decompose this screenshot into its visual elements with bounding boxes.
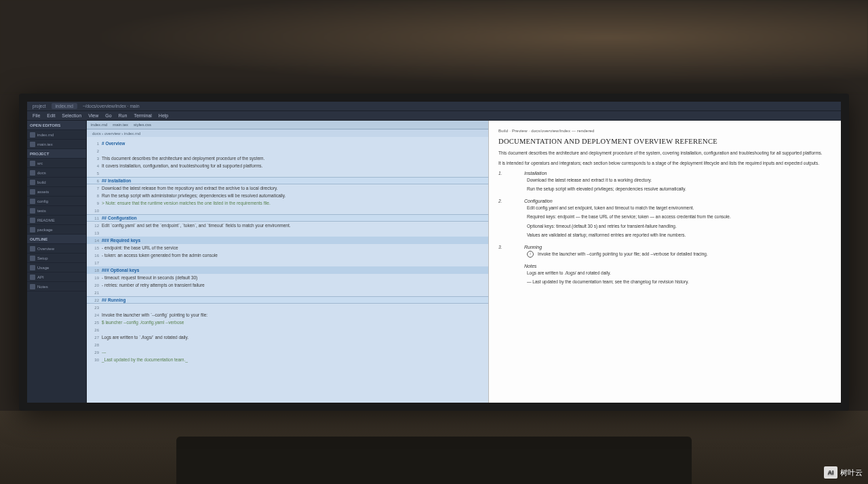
code-line[interactable]: 12Edit `config.yaml` and set the `endpoi… (87, 222, 488, 229)
code-line[interactable]: 30_Last updated by the documentation tea… (87, 356, 488, 363)
preview-title: DOCUMENTATION AND DEPLOYMENT OVERVIEW RE… (498, 137, 831, 146)
line-number: 15 (91, 246, 102, 250)
code-line[interactable]: 28 (87, 341, 488, 348)
section-content: ConfigurationEdit config.yaml and set en… (524, 199, 831, 240)
folder-icon (30, 161, 35, 166)
line-number: 7 (91, 186, 102, 190)
menu-edit[interactable]: Edit (47, 113, 55, 118)
menu-go[interactable]: Go (105, 113, 111, 118)
code-text: ### Optional keys (102, 268, 139, 273)
sidebar-item[interactable]: package (27, 225, 86, 235)
sidebar-item[interactable]: docs (27, 168, 86, 178)
preview-section: NotesLogs are written to ./logs/ and rot… (498, 264, 831, 287)
file-icon (30, 218, 35, 223)
file-icon (30, 227, 35, 233)
active-file-tab[interactable]: index.md (52, 103, 77, 109)
folder-icon (30, 189, 35, 195)
editor-tab[interactable]: index.md (91, 123, 107, 127)
main-area: OPEN EDITORS index.md main.tex PROJECT s… (27, 121, 841, 403)
line-number: 16 (91, 254, 102, 258)
environment-background (0, 0, 868, 94)
section-line: Download the latest release and extract … (524, 177, 831, 184)
code-line[interactable]: 20- retries: number of retry attempts on… (87, 281, 488, 289)
section-line: — Last updated by the documentation team… (524, 279, 831, 285)
code-line[interactable]: 1# Overview (87, 140, 488, 147)
editor-tab[interactable]: main.tex (113, 123, 128, 127)
code-text: Download the latest release from the rep… (102, 186, 278, 191)
code-line[interactable]: 29--- (87, 348, 488, 356)
sidebar-item[interactable]: tests (27, 206, 86, 216)
menu-file[interactable]: File (33, 113, 40, 118)
code-text: # Overview (102, 141, 125, 146)
screen: project index.md ~/docs/overview/index ·… (27, 102, 841, 403)
code-line[interactable]: 8Run the setup script with administrator… (87, 192, 488, 199)
menu-terminal[interactable]: Terminal (134, 113, 151, 118)
heading-icon (30, 275, 35, 280)
code-line[interactable]: 17 (87, 259, 488, 266)
line-number: 14 (91, 239, 102, 243)
code-line[interactable]: 7Download the latest release from the re… (87, 184, 488, 192)
code-line[interactable]: 26 (87, 326, 488, 334)
file-icon (30, 132, 35, 138)
preview-section: 3.RunningiInvoke the launcher with --con… (498, 245, 831, 260)
line-number: 17 (91, 261, 102, 265)
code-line[interactable]: 6## Installation (87, 177, 488, 184)
sidebar-item[interactable]: Setup (27, 254, 86, 263)
code-line[interactable]: 23 (87, 304, 488, 311)
sidebar-item[interactable]: README (27, 216, 86, 225)
section-content: InstallationDownload the latest release … (524, 171, 831, 195)
menu-run[interactable]: Run (119, 113, 127, 118)
menu-selection[interactable]: Selection (62, 113, 81, 118)
sidebar-item[interactable]: assets (27, 187, 86, 197)
code-text: > Note: ensure that the runtime version … (102, 201, 271, 206)
editor-body[interactable]: 1# Overview23This document describes the… (87, 137, 488, 403)
sidebar-item[interactable]: src (27, 159, 86, 168)
watermark-icon: AI (824, 466, 837, 479)
section-line: Values are validated at startup; malform… (524, 232, 831, 239)
menu-help[interactable]: Help (159, 113, 168, 118)
sidebar-item[interactable]: config (27, 197, 86, 206)
preview-paragraph: This document describes the architecture… (498, 150, 831, 157)
code-line[interactable]: 4It covers installation, configuration, … (87, 162, 488, 169)
code-line[interactable]: 13 (87, 229, 488, 237)
code-line[interactable]: 3This document describes the architectur… (87, 155, 488, 162)
code-line[interactable]: 21 (87, 289, 488, 296)
code-line[interactable]: 5 (87, 169, 488, 177)
sidebar-item[interactable]: Usage (27, 263, 86, 273)
sidebar-group-project[interactable]: PROJECT (27, 149, 86, 159)
code-line[interactable]: 2 (87, 147, 488, 155)
sidebar-item[interactable]: Notes (27, 282, 86, 291)
editor-tab[interactable]: styles.css (134, 123, 151, 127)
heading-icon (30, 284, 35, 289)
code-line[interactable]: 14### Required keys (87, 237, 488, 244)
code-line[interactable]: 25 $ launcher --config ./config.yaml --v… (87, 319, 488, 326)
line-number: 21 (91, 291, 102, 295)
code-line[interactable]: 9> Note: ensure that the runtime version… (87, 199, 488, 207)
breadcrumb[interactable]: docs › overview › index.md (87, 129, 488, 137)
sidebar-item[interactable]: index.md (27, 130, 86, 140)
code-text: Logs are written to `./logs/` and rotate… (102, 335, 189, 340)
line-number: 9 (91, 201, 102, 205)
sidebar-group-open-editors[interactable]: OPEN EDITORS (27, 121, 86, 130)
code-line[interactable]: 18### Optional keys (87, 266, 488, 274)
section-line: Logs are written to ./logs/ and rotated … (524, 270, 831, 277)
code-line[interactable]: 16- token: an access token generated fro… (87, 251, 488, 259)
section-line: Required keys: endpoint — the base URL o… (524, 214, 831, 220)
code-text: Invoke the launcher with `--config` poin… (102, 312, 208, 318)
code-line[interactable]: 27Logs are written to `./logs/` and rota… (87, 334, 488, 341)
code-line[interactable]: 19- timeout: request timeout in seconds … (87, 274, 488, 281)
code-line[interactable]: 22## Running (87, 296, 488, 304)
code-line[interactable]: 10 (87, 207, 488, 214)
sidebar-item[interactable]: API (27, 273, 86, 282)
code-line[interactable]: 15- endpoint: the base URL of the servic… (87, 244, 488, 251)
section-heading: Notes (524, 264, 831, 268)
sidebar-item[interactable]: build (27, 178, 86, 187)
menu-view[interactable]: View (88, 113, 98, 118)
sidebar-group-outline[interactable]: OUTLINE (27, 235, 86, 244)
section-heading: Installation (524, 171, 831, 176)
sidebar-item[interactable]: Overview (27, 244, 86, 254)
code-line[interactable]: 11## Configuration (87, 214, 488, 222)
sidebar-item[interactable]: main.tex (27, 140, 86, 149)
code-line[interactable]: 24Invoke the launcher with `--config` po… (87, 311, 488, 319)
preview-pane: Build · Preview · docs/overview/index — … (488, 121, 841, 403)
